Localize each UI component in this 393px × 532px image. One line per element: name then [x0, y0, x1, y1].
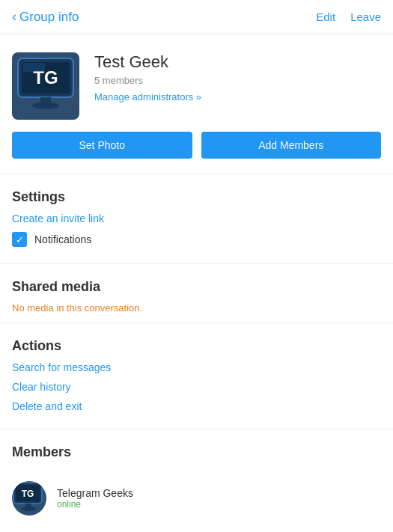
- shared-media-section: Shared media No media in this conversati…: [0, 267, 393, 319]
- chevron-left-icon: ‹: [12, 9, 16, 25]
- action-buttons: Set Photo Add Members: [0, 132, 393, 171]
- member-status: online: [57, 499, 133, 510]
- divider-4: [0, 429, 393, 429]
- edit-button[interactable]: Edit: [316, 10, 335, 23]
- members-section: Members: [0, 432, 393, 474]
- add-members-button[interactable]: Add Members: [201, 132, 382, 159]
- checkmark-icon: ✓: [16, 235, 24, 245]
- delete-exit-link[interactable]: Delete and exit: [12, 400, 381, 412]
- notifications-label: Notifications: [34, 233, 91, 245]
- group-avatar: TG: [12, 52, 79, 120]
- member-info: Telegram Geeks online: [57, 487, 133, 510]
- manage-administrators-link[interactable]: Manage administrators »: [94, 91, 201, 103]
- header-actions: Edit Leave: [316, 10, 381, 23]
- clear-history-link[interactable]: Clear history: [12, 381, 381, 393]
- header: ‹ Group info Edit Leave: [0, 0, 393, 34]
- member-item[interactable]: TG Telegram Geeks online: [0, 474, 393, 523]
- actions-title: Actions: [12, 338, 381, 354]
- member-avatar: TG: [12, 481, 46, 516]
- divider-3: [0, 322, 393, 323]
- actions-section: Actions Search for messages Clear histor…: [0, 326, 393, 426]
- set-photo-button[interactable]: Set Photo: [12, 132, 192, 159]
- notifications-checkbox[interactable]: ✓: [12, 232, 27, 247]
- header-title: Group info: [19, 10, 79, 25]
- member-name: Telegram Geeks: [57, 487, 133, 499]
- group-name: Test Geek: [94, 52, 201, 72]
- svg-text:TG: TG: [22, 489, 34, 499]
- divider-2: [0, 263, 393, 264]
- svg-point-10: [21, 507, 36, 511]
- notifications-row: ✓ Notifications: [12, 232, 381, 247]
- profile-section: TG Test Geek 5 members Manage administra…: [0, 34, 393, 132]
- svg-rect-5: [22, 63, 45, 72]
- back-button[interactable]: ‹ Group info: [12, 9, 79, 25]
- divider-1: [0, 174, 393, 174]
- no-media-text: No media in this conversation.: [12, 302, 381, 314]
- search-messages-link[interactable]: Search for messages: [12, 361, 381, 373]
- svg-point-4: [32, 102, 59, 109]
- settings-section: Settings Create an invite link ✓ Notific…: [0, 177, 393, 260]
- members-title: Members: [12, 444, 381, 460]
- member-count: 5 members: [94, 75, 201, 86]
- create-invite-link[interactable]: Create an invite link: [12, 213, 381, 224]
- settings-title: Settings: [12, 189, 381, 205]
- shared-media-title: Shared media: [12, 279, 381, 295]
- profile-info: Test Geek 5 members Manage administrator…: [94, 52, 201, 103]
- leave-button[interactable]: Leave: [350, 10, 381, 23]
